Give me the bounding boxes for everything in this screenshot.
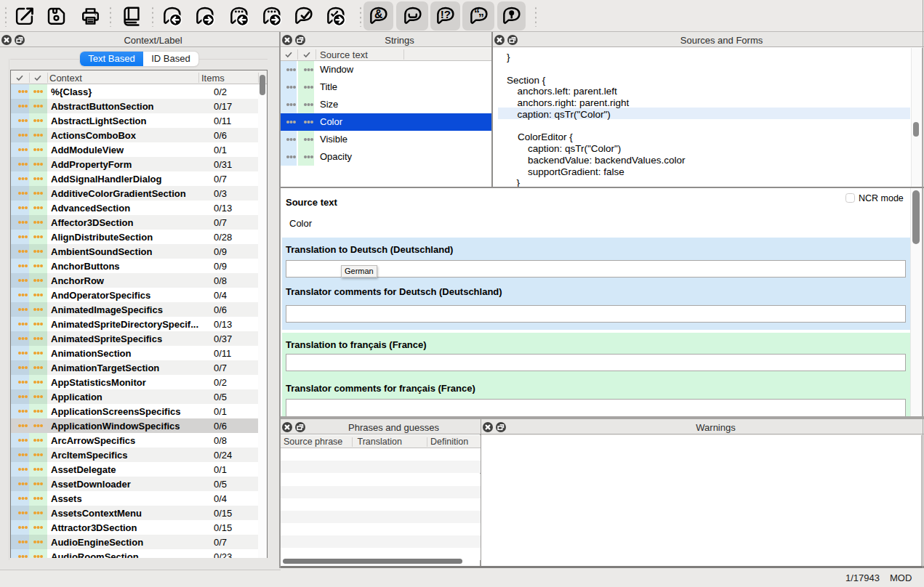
svg-text:&: &	[374, 7, 382, 20]
svg-text:!?: !?	[441, 7, 451, 20]
svg-text:„: „	[478, 6, 483, 17]
